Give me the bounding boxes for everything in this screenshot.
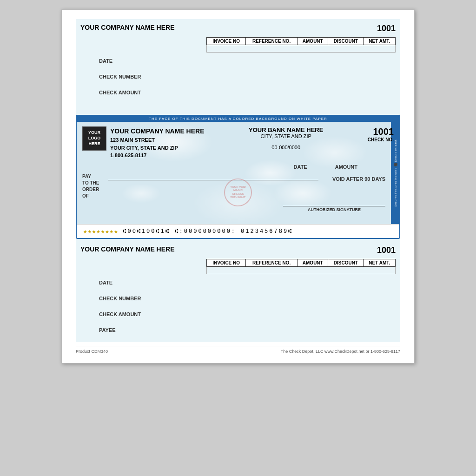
bottom-stub-check-number-label: CHECK NUMBER (99, 296, 396, 301)
watermark-text: YOUR VOIDMAGICCHECKSWITH HEAT (230, 185, 246, 199)
check-signature-label: AUTHORIZED SIGNATURE (283, 207, 385, 212)
check-mid-row: DATE AMOUNT (82, 164, 394, 170)
check-bank-address: CITY, STATE AND ZIP (249, 133, 323, 139)
check-bank-info: YOUR BANK NAME HERE CITY, STATE AND ZIP … (249, 126, 323, 150)
bottom-stub: YOUR COMPANY NAME HERE 1001 INVOICE NO R… (76, 239, 400, 342)
bottom-stub-fields: DATE CHECK NUMBER CHECK AMOUNT PAYEE (80, 280, 396, 333)
top-stub-check-number-label: CHECK NUMBER (99, 74, 396, 79)
micr-line: ★★★★★★★★ ⑆00⑆100⑆1⑆ ⑆:0000000000: 012345… (77, 224, 399, 238)
top-stub-col-discount: DISCOUNT (328, 38, 364, 45)
bottom-stub-check-number: 1001 (377, 245, 396, 255)
logo-text: YOURLOGOHERE (88, 130, 101, 146)
micr-account: ⑆:0000000000: (175, 228, 236, 235)
bottom-stub-date-label: DATE (99, 280, 396, 285)
check-amount-label: AMOUNT (335, 164, 357, 170)
bottom-stub-check-amount-label: CHECK AMOUNT (99, 311, 396, 317)
top-stub-check-amount-label: CHECK AMOUNT (99, 90, 396, 95)
micr-routing: ⑆00⑆100⑆1⑆ (123, 228, 170, 235)
check-section: THE FACE OF THIS DOCUMENT HAS A COLORED … (76, 115, 400, 239)
top-stub-company-name: YOUR COMPANY NAME HERE (80, 24, 175, 31)
check-bank-name: YOUR BANK NAME HERE (249, 126, 323, 133)
check-logo-area: YOURLOGOHERE YOUR COMPANY NAME HERE 123 … (82, 126, 205, 159)
top-stub-table: INVOICE NO REFERENCE NO. AMOUNT DISCOUNT… (206, 37, 396, 53)
check-number-area: 1001 CHECK NO. (368, 126, 394, 142)
top-stub: YOUR COMPANY NAME HERE 1001 INVOICE NO R… (76, 19, 400, 115)
check-bottom-row: AUTHORIZED SIGNATURE (82, 206, 394, 212)
micr-stars: ★★★★★★★★ (83, 227, 118, 235)
check-security-banner: THE FACE OF THIS DOCUMENT HAS A COLORED … (77, 116, 399, 122)
bottom-stub-header: YOUR COMPANY NAME HERE 1001 (80, 245, 396, 255)
bottom-stub-table: INVOICE NO REFERENCE NO. AMOUNT DISCOUNT… (206, 259, 396, 274)
bottom-stub-col-amount: AMOUNT (298, 259, 328, 267)
top-stub-col-amount: AMOUNT (298, 38, 328, 45)
top-stub-col-netamt: NET AMT. (364, 38, 396, 45)
check-routing-number: 00-000/0000 (249, 145, 323, 150)
check-signature-line: AUTHORIZED SIGNATURE (283, 206, 385, 212)
top-stub-header: YOUR COMPANY NAME HERE 1001 (80, 24, 396, 33)
check-content: YOURLOGOHERE YOUR COMPANY NAME HERE 123 … (77, 122, 399, 216)
top-stub-col-invoice: INVOICE NO (207, 38, 246, 45)
check-company-info: YOUR COMPANY NAME HERE 123 MAIN STREET Y… (110, 126, 205, 159)
bottom-stub-payee-label: PAYEE (99, 327, 396, 333)
check-body: YOURLOGOHERE YOUR COMPANY NAME HERE 123 … (77, 122, 399, 224)
check-number-display: 1001 (368, 126, 394, 137)
top-stub-check-number: 1001 (377, 24, 396, 33)
check-company-address2: YOUR CITY, STATE AND ZIP (110, 144, 205, 152)
check-date-label: DATE (294, 164, 307, 170)
top-stub-date-label: DATE (99, 58, 396, 64)
bottom-stub-col-reference: REFERENCE NO. (246, 259, 298, 267)
check-company-phone: 1-800-625-8117 (110, 152, 205, 159)
check-void-label: VOID AFTER 90 DAYS (332, 176, 385, 182)
top-stub-col-reference: REFERENCE NO. (246, 38, 298, 45)
document-page: YOUR COMPANY NAME HERE 1001 INVOICE NO R… (61, 9, 415, 364)
page-footer: Product CDM340 The Check Depot, LLC www.… (76, 346, 400, 354)
bottom-stub-col-invoice: INVOICE NO (207, 259, 246, 267)
footer-company-info: The Check Depot, LLC www.CheckDepot.net … (281, 349, 400, 354)
top-stub-fields: DATE CHECK NUMBER CHECK AMOUNT (80, 58, 396, 95)
check-pay-line (108, 180, 318, 180)
check-no-label: CHECK NO. (368, 137, 394, 142)
check-pay-to-label: PAYTO THEORDEROF (82, 173, 106, 199)
bottom-stub-col-netamt: NET AMT. (364, 259, 396, 267)
micr-check: 0123456789⑆ (241, 228, 293, 235)
check-logo-box: YOURLOGOHERE (82, 126, 106, 151)
bottom-stub-col-discount: DISCOUNT (328, 259, 364, 267)
bottom-stub-company-name: YOUR COMPANY NAME HERE (80, 245, 175, 253)
check-company-address1: 123 MAIN STREET (110, 136, 205, 144)
check-watermark: YOUR VOIDMAGICCHECKSWITH HEAT (224, 178, 252, 206)
check-company-name: YOUR COMPANY NAME HERE (110, 126, 205, 136)
footer-product-code: Product CDM340 (76, 349, 108, 354)
check-top-row: YOURLOGOHERE YOUR COMPANY NAME HERE 123 … (82, 126, 394, 159)
